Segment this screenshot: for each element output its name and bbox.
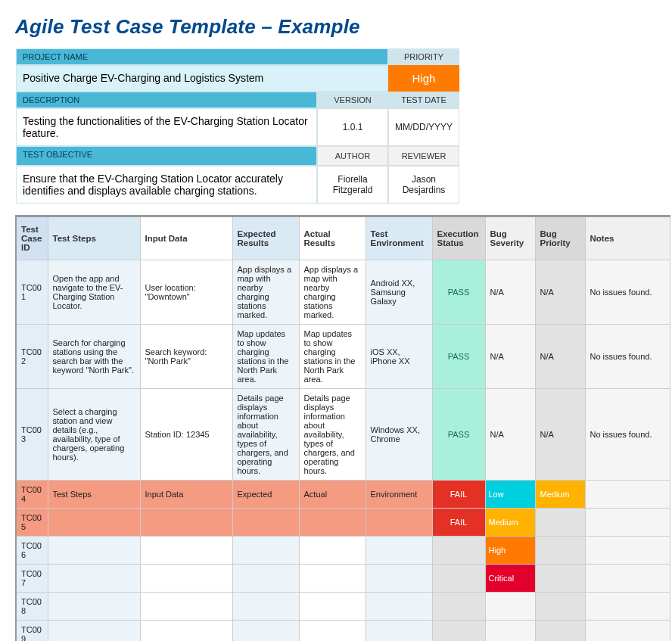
test-case-table: Test Case ID Test Steps Input Data Expec… [15, 215, 670, 641]
cell-sev: Low [485, 481, 535, 509]
cell-id: TC004 [16, 481, 48, 509]
cell-steps [48, 565, 140, 593]
cell-steps: Search for charging stations using the s… [48, 325, 140, 389]
cell-sev: N/A [485, 260, 535, 325]
table-row: TC002Search for charging stations using … [16, 325, 670, 389]
cell-id: TC008 [16, 593, 48, 621]
cell-expected [232, 593, 299, 621]
value-testdate: MM/DD/YYYY [388, 108, 459, 146]
label-objective: TEST OBJECTIVE [16, 146, 317, 166]
table-row: TC008 [16, 593, 670, 621]
cell-pri: N/A [535, 325, 585, 389]
page-title: Agile Test Case Template – Example [15, 15, 657, 39]
cell-exec: PASS [432, 325, 485, 389]
col-sev: Bug Severity [485, 216, 535, 260]
cell-sev: Critical [485, 565, 535, 593]
cell-env [366, 565, 432, 593]
col-act: Actual Results [299, 216, 366, 260]
cell-exec [432, 593, 485, 621]
table-row: TC009 [16, 621, 670, 642]
table-header-row: Test Case ID Test Steps Input Data Expec… [16, 216, 670, 260]
cell-notes: No issues found. [585, 389, 670, 481]
cell-env [366, 593, 432, 621]
cell-id: TC006 [16, 537, 48, 565]
value-priority: High [388, 65, 459, 92]
cell-pri [535, 621, 585, 642]
cell-expected: Expected [232, 481, 299, 509]
table-row: TC006High [16, 537, 670, 565]
cell-pri: N/A [535, 260, 585, 325]
cell-steps [48, 537, 140, 565]
label-testdate: TEST DATE [388, 92, 459, 108]
cell-notes [585, 621, 670, 642]
value-version: 1.0.1 [317, 108, 388, 146]
table-row: TC004Test StepsInput DataExpectedActualE… [16, 481, 670, 509]
label-version: VERSION [317, 92, 388, 108]
cell-expected [232, 509, 299, 537]
col-exp: Expected Results [232, 216, 299, 260]
cell-input: User location: "Downtown" [140, 260, 232, 325]
value-description: Testing the functionalities of the EV-Ch… [16, 108, 317, 146]
cell-env [366, 509, 432, 537]
cell-input [140, 509, 232, 537]
cell-exec: PASS [432, 389, 485, 481]
cell-env: iOS XX, iPhone XX [366, 325, 432, 389]
cell-pri: Medium [535, 481, 585, 509]
metadata-block: PROJECT NAME PRIORITY Positive Charge EV… [15, 48, 657, 204]
cell-exec: FAIL [432, 481, 485, 509]
col-id: Test Case ID [16, 216, 48, 260]
cell-actual [299, 537, 366, 565]
cell-id: TC007 [16, 565, 48, 593]
cell-input [140, 565, 232, 593]
cell-input [140, 621, 232, 642]
cell-input [140, 593, 232, 621]
cell-steps: Select a charging station and view detai… [48, 389, 140, 481]
cell-notes [585, 481, 670, 509]
col-pri: Bug Priority [535, 216, 585, 260]
cell-actual: Map updates to show charging stations in… [299, 325, 366, 389]
table-row: TC007Critical [16, 565, 670, 593]
cell-id: TC005 [16, 509, 48, 537]
cell-sev [485, 621, 535, 642]
cell-input [140, 537, 232, 565]
cell-steps: Open the app and navigate to the EV-Char… [48, 260, 140, 325]
cell-id: TC002 [16, 325, 48, 389]
value-objective: Ensure that the EV-Charging Station Loca… [16, 166, 317, 204]
col-notes: Notes [585, 216, 670, 260]
cell-input: Search keyword: "North Park" [140, 325, 232, 389]
cell-env [366, 621, 432, 642]
table-row: TC003Select a charging station and view … [16, 389, 670, 481]
cell-env [366, 537, 432, 565]
cell-actual [299, 593, 366, 621]
cell-expected [232, 537, 299, 565]
cell-exec: PASS [432, 260, 485, 325]
cell-sev: High [485, 537, 535, 565]
cell-expected: Details page displays information about … [232, 389, 299, 481]
value-author: Fiorella Fitzgerald [317, 166, 388, 204]
cell-actual: Actual [299, 481, 366, 509]
cell-env: Android XX, Samsung Galaxy [366, 260, 432, 325]
cell-actual: Details page displays information about … [299, 389, 366, 481]
cell-actual [299, 509, 366, 537]
cell-expected [232, 621, 299, 642]
cell-id: TC009 [16, 621, 48, 642]
cell-steps [48, 593, 140, 621]
cell-actual [299, 565, 366, 593]
cell-env: Environment [366, 481, 432, 509]
label-reviewer: REVIEWER [388, 146, 459, 166]
col-exec: Execution Status [432, 216, 485, 260]
cell-steps [48, 509, 140, 537]
cell-exec [432, 621, 485, 642]
cell-env: Windows XX, Chrome [366, 389, 432, 481]
cell-actual [299, 621, 366, 642]
cell-actual: App displays a map with nearby charging … [299, 260, 366, 325]
cell-sev: N/A [485, 325, 535, 389]
cell-sev: Medium [485, 509, 535, 537]
cell-exec: FAIL [432, 509, 485, 537]
cell-pri [535, 593, 585, 621]
col-steps: Test Steps [48, 216, 140, 260]
cell-notes: No issues found. [585, 260, 670, 325]
col-env: Test Environment [366, 216, 432, 260]
cell-exec [432, 537, 485, 565]
value-project: Positive Charge EV-Charging and Logistic… [16, 65, 388, 92]
